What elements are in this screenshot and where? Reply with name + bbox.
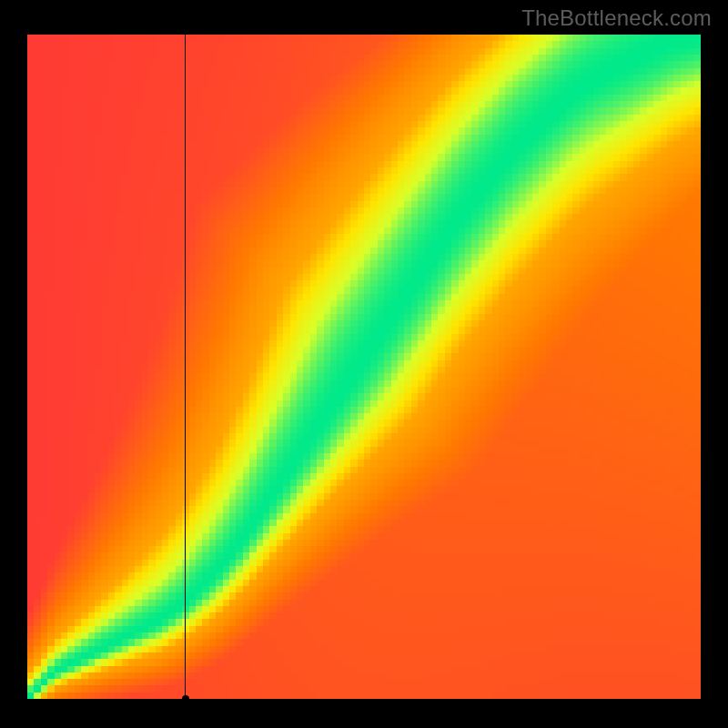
crosshair-horizontal — [27, 699, 701, 700]
heatmap-canvas — [27, 35, 701, 699]
crosshair-vertical — [185, 35, 186, 699]
watermark-text: TheBottleneck.com — [521, 5, 712, 31]
plot-area — [27, 35, 701, 699]
chart-frame: TheBottleneck.com — [0, 0, 728, 728]
crosshair-marker-dot — [182, 695, 189, 703]
